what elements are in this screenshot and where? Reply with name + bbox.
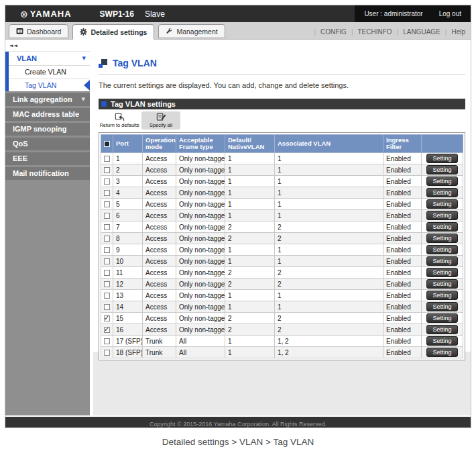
cell-native-vlan: 1 [225, 347, 275, 358]
row-checkbox[interactable] [104, 304, 110, 310]
cell-ingress-filter: Enabled [383, 290, 422, 301]
row-checkbox[interactable] [104, 350, 110, 356]
row-checkbox[interactable] [104, 236, 110, 242]
table-row: 11AccessOnly non-tagged22EnabledSetting [101, 267, 463, 279]
table-row: 17 (SFP)TrunkAll11, 2EnabledSetting [101, 336, 463, 347]
cell-ingress-filter: Enabled [383, 199, 422, 210]
column-header-port: Port [116, 140, 129, 147]
footer: Copyright © 2015-2016 Yamaha Corporation… [5, 417, 471, 428]
setting-button[interactable]: Setting [426, 154, 457, 163]
chevron-down-icon: ▼ [82, 93, 85, 106]
row-checkbox[interactable] [104, 338, 110, 344]
sidebar-item-vlan[interactable]: VLAN ▼ [9, 52, 90, 66]
cell-port: 13 [113, 290, 143, 301]
setting-button[interactable]: Setting [426, 268, 457, 277]
setting-button[interactable]: Setting [426, 256, 457, 266]
tag-vlan-table: Port Operation mode Acceptable Frame typ… [99, 132, 465, 360]
row-checkbox[interactable] [104, 213, 110, 219]
cell-port: 3 [113, 176, 143, 187]
row-checkbox[interactable] [104, 224, 110, 230]
cell-operation-mode: Access [143, 290, 176, 301]
cell-port: 9 [113, 244, 143, 256]
setting-button[interactable]: Setting [426, 245, 457, 254]
table-row: 3AccessOnly non-tagged11EnabledSetting [101, 176, 463, 187]
row-checkbox[interactable] [104, 190, 110, 196]
setting-button[interactable]: Setting [426, 165, 457, 174]
sidebar-item-mac-address-table[interactable]: MAC address table [5, 108, 90, 121]
table-row: 15AccessOnly non-tagged22EnabledSetting [101, 313, 463, 324]
sidebar-item-qos[interactable]: QoS [5, 138, 90, 150]
screenshot-caption: Detailed settings > VLAN > Tag VLAN [0, 437, 476, 447]
table-header-row: Port Operation mode Acceptable Frame typ… [101, 135, 463, 153]
cell-ingress-filter: Enabled [383, 210, 422, 221]
top-link-language[interactable]: LANGUAGE [403, 28, 440, 36]
setting-button[interactable]: Setting [426, 325, 457, 334]
row-checkbox[interactable] [104, 270, 110, 276]
row-checkbox[interactable] [104, 293, 110, 299]
setting-button[interactable]: Setting [426, 279, 457, 289]
sidebar-item-link-aggregation[interactable]: Link aggregation▼ [5, 93, 90, 106]
tab-dashboard[interactable]: Dashboard [9, 24, 68, 38]
column-header-associated-vlan: Associated VLAN [278, 140, 331, 147]
setting-button[interactable]: Setting [426, 177, 457, 186]
setting-button[interactable]: Setting [426, 302, 457, 311]
setting-button[interactable]: Setting [426, 234, 457, 243]
sidebar-item-eee[interactable]: EEE [5, 152, 90, 165]
row-checkbox[interactable] [104, 258, 110, 264]
cell-frame-type: Only non-tagged [176, 313, 225, 324]
sidebar-item-label: VLAN [17, 54, 37, 62]
cell-ingress-filter: Enabled [383, 267, 422, 279]
setting-button[interactable]: Setting [426, 188, 457, 197]
cell-port: 14 [113, 301, 143, 313]
setting-button[interactable]: Setting [426, 222, 457, 232]
row-checkbox[interactable] [104, 281, 110, 287]
select-all-checkbox[interactable] [104, 141, 110, 147]
setting-button[interactable]: Setting [426, 336, 457, 346]
setting-button[interactable]: Setting [426, 313, 457, 323]
setting-button[interactable]: Setting [426, 199, 457, 209]
column-header-ingress-filter: Ingress Filter [386, 136, 409, 150]
cell-ingress-filter: Enabled [383, 313, 422, 324]
row-checkbox[interactable] [104, 327, 110, 333]
setting-button[interactable]: Setting [426, 291, 457, 300]
gear-icon [80, 28, 87, 36]
tab-management[interactable]: Management [158, 24, 225, 38]
row-checkbox[interactable] [104, 156, 110, 162]
setting-button[interactable]: Setting [426, 211, 457, 220]
row-checkbox[interactable] [104, 315, 110, 321]
row-checkbox[interactable] [104, 167, 110, 173]
cell-ingress-filter: Enabled [383, 176, 422, 187]
setting-button[interactable]: Setting [426, 348, 457, 357]
cell-port: 2 [113, 164, 143, 176]
cell-associated-vlan: 1 [275, 164, 383, 176]
sidebar-item-mail-notification[interactable]: Mail notification [5, 167, 90, 180]
top-link-config[interactable]: CONFIG [320, 28, 347, 36]
top-link-techinfo[interactable]: TECHINFO [358, 28, 392, 36]
divider [99, 74, 465, 75]
cell-frame-type: Only non-tagged [176, 279, 225, 290]
sidebar-item-igmp-snooping[interactable]: IGMP snooping [5, 123, 90, 136]
row-checkbox[interactable] [104, 201, 110, 207]
cell-ingress-filter: Enabled [383, 221, 422, 233]
top-link-help[interactable]: Help [451, 28, 465, 36]
cell-port: 15 [113, 313, 143, 324]
cell-frame-type: Only non-tagged [176, 233, 225, 244]
specify-all-button[interactable]: Specify all [141, 111, 180, 130]
return-to-defaults-button[interactable]: Return to defaults [100, 111, 139, 130]
table-row: 12AccessOnly non-tagged22EnabledSetting [101, 279, 463, 290]
cell-ingress-filter: Enabled [383, 336, 422, 347]
table-row: 18 (SFP)TrunkAll11, 2EnabledSetting [101, 347, 463, 358]
sidebar-item-tag-vlan[interactable]: Tag VLAN [9, 79, 90, 91]
logout-button[interactable]: Log out [439, 10, 461, 17]
cell-frame-type: Only non-tagged [176, 301, 225, 313]
collapse-sidebar-icon[interactable]: ◄◄ [9, 43, 18, 48]
cell-native-vlan: 1 [225, 199, 275, 210]
row-checkbox[interactable] [104, 179, 110, 185]
cell-native-vlan: 1 [225, 256, 275, 267]
body: ◄◄ VLAN ▼ Create VLAN Tag VLAN Link aggr… [5, 40, 471, 415]
table-row: 7AccessOnly non-tagged22EnabledSetting [101, 221, 463, 233]
tab-detailed-settings[interactable]: Detailed settings [72, 24, 154, 40]
sidebar-item-create-vlan[interactable]: Create VLAN [9, 66, 90, 79]
section-title: Tag VLAN settings [111, 100, 176, 108]
row-checkbox[interactable] [104, 247, 110, 253]
